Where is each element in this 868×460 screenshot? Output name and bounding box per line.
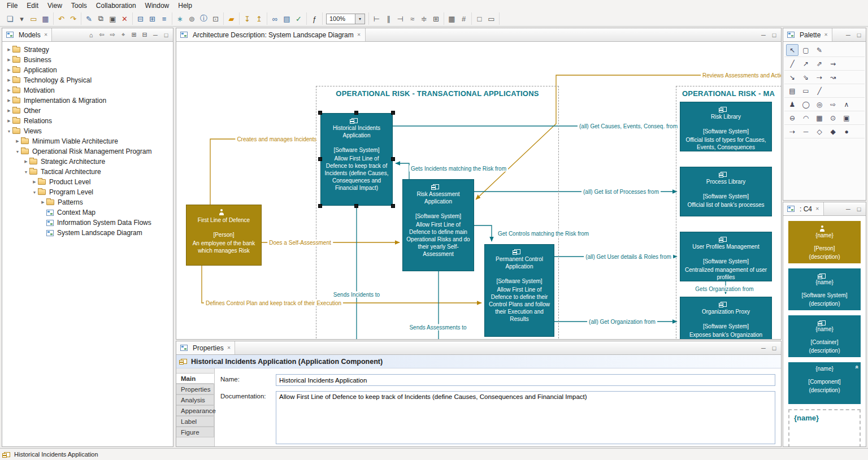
forward-button[interactable]: ⇨ xyxy=(107,30,118,40)
connector-diagonal-tool[interactable]: ↘ xyxy=(786,71,798,83)
expand-arrow-icon[interactable]: ▶ xyxy=(40,200,46,205)
link-button[interactable]: ∞ xyxy=(269,13,281,25)
tree-item-strategy[interactable]: ▶Strategy xyxy=(2,45,173,55)
tree-item-technology-physical[interactable]: ▶Technology & Physical xyxy=(2,75,173,85)
new-dropdown[interactable]: ▾ xyxy=(16,13,28,25)
c4-template-empty[interactable]: {name} xyxy=(788,409,861,446)
name-field[interactable] xyxy=(276,374,775,386)
tree-item-application[interactable]: ▶Application xyxy=(2,65,173,75)
tree-item-implementation-migration[interactable]: ▶Implementation & Migration xyxy=(2,96,173,106)
match-size-button[interactable]: ⊞ xyxy=(430,13,442,25)
expand-arrow-icon[interactable]: ▶ xyxy=(31,180,38,184)
tree-item-strategic-architecture[interactable]: ▶Strategic Architecture xyxy=(2,157,173,167)
expand-arrow-icon[interactable]: ▶ xyxy=(6,109,12,113)
selection-handle[interactable] xyxy=(354,111,358,115)
align-center-button[interactable]: ∥ xyxy=(383,13,394,25)
node-tool[interactable]: ▣ xyxy=(840,112,853,124)
effects-button[interactable]: ∗ xyxy=(174,13,186,25)
highlight-button[interactable]: ▰ xyxy=(225,13,237,25)
import-button[interactable]: ↧ xyxy=(241,13,253,25)
paste-button[interactable]: ▣ xyxy=(107,13,119,25)
flow-tool[interactable]: ⇢ xyxy=(786,125,798,137)
service-tool[interactable]: ◠ xyxy=(800,112,812,124)
selection-handle[interactable] xyxy=(391,111,395,115)
junction-tool[interactable]: ● xyxy=(840,125,853,137)
tree-item-business[interactable]: ▶Business xyxy=(2,55,173,65)
database-tool[interactable]: ⊖ xyxy=(786,112,798,124)
connection-creates-and-manages-incidents[interactable] xyxy=(210,139,318,205)
line-tool[interactable]: ╱ xyxy=(813,85,826,97)
minimize-button[interactable]: ─ xyxy=(843,30,853,40)
menu-view[interactable]: View xyxy=(43,1,67,11)
tree-item-minimum-viable-architecture[interactable]: ▶Minimum Viable Architecture xyxy=(2,136,173,146)
expand-arrow-icon[interactable]: ▶ xyxy=(6,47,12,52)
expand-all-button[interactable]: ⊞ xyxy=(146,13,158,25)
minimize-button[interactable]: ─ xyxy=(843,204,853,214)
maximize-button[interactable]: □ xyxy=(854,30,864,40)
properties-tab-main[interactable]: Main xyxy=(176,373,214,384)
settings-button[interactable]: ⊚ xyxy=(186,13,198,25)
distribute-horizontal-button[interactable]: ≈ xyxy=(406,13,418,25)
note-tool[interactable]: ▤ xyxy=(786,85,798,97)
diagram-node-risk-assessment-application[interactable]: Risk Assessment Application[Software Sys… xyxy=(402,179,474,271)
diagram-node-first-line-of-defence[interactable]: First Line of Defence[Person]An employee… xyxy=(186,205,262,266)
menu-collaboration[interactable]: Collaboration xyxy=(92,1,141,11)
collapse-all-button[interactable]: ⊟ xyxy=(134,13,146,25)
connector-open-arrow-tool[interactable]: ⇗ xyxy=(813,58,826,70)
tree-item-product-level[interactable]: ▶Product Level xyxy=(2,177,173,187)
zoom-dropdown-button[interactable]: ▾ xyxy=(355,14,364,24)
tree-item-program-level[interactable]: ▼Program Level xyxy=(2,187,173,197)
connection-label[interactable]: Get Controls matching the Risk from xyxy=(496,231,591,237)
maximize-button[interactable]: □ xyxy=(161,30,171,40)
expand-arrow-icon[interactable]: ▶ xyxy=(6,98,12,103)
person-tool[interactable]: ♟ xyxy=(786,98,798,110)
collapse-arrow-icon[interactable]: ▼ xyxy=(6,129,12,133)
tree-item-relations[interactable]: ▶Relations xyxy=(2,116,173,126)
connection-label[interactable]: Gets Incidents matching the Risk from xyxy=(409,166,508,172)
tree-item-views[interactable]: ▼Views xyxy=(2,126,173,136)
collaboration-tool[interactable]: ◎ xyxy=(813,98,826,110)
selection-handle[interactable] xyxy=(318,157,322,161)
selection-handle[interactable] xyxy=(391,204,395,208)
connection-label[interactable]: (all) Get Causes, Events, Conseq. from xyxy=(578,123,679,129)
connection-label[interactable]: Sends Assessments to xyxy=(407,324,468,331)
delete-button[interactable]: ✕ xyxy=(119,13,131,25)
new-button[interactable]: ❏ xyxy=(4,13,16,25)
tree-item-system-landscape-diagram[interactable]: System Landscape Diagram xyxy=(2,228,173,238)
connector-dotted-tool[interactable]: ⇢ xyxy=(813,71,826,83)
align-left-button[interactable]: ⊢ xyxy=(371,13,383,25)
properties-tab-figure[interactable]: Figure xyxy=(176,427,214,437)
diagram-canvas[interactable]: OPERATIONAL RISK - TRANSACTIONAL APPLICA… xyxy=(176,42,781,339)
tab-palette[interactable]: Palette ✕ xyxy=(783,28,832,41)
linked-view-button[interactable]: ≡ xyxy=(158,13,170,25)
selection-handle[interactable] xyxy=(318,204,322,208)
menu-edit[interactable]: Edit xyxy=(22,1,43,11)
event-tool[interactable]: ∧ xyxy=(840,98,853,110)
table-tool[interactable]: ▦ xyxy=(813,112,826,124)
association-tool[interactable]: ─ xyxy=(800,125,812,137)
validate-button[interactable]: ✓ xyxy=(293,13,305,25)
expand-arrow-icon[interactable]: ▶ xyxy=(6,68,12,72)
close-icon[interactable]: ✕ xyxy=(227,345,231,350)
connector-arrow-tool[interactable]: ↗ xyxy=(800,58,812,70)
menu-window[interactable]: Window xyxy=(141,1,174,11)
menu-help[interactable]: Help xyxy=(173,1,197,11)
composition-tool[interactable]: ◆ xyxy=(827,125,839,137)
tab-models[interactable]: Models ✕ xyxy=(2,28,52,41)
copy-button[interactable]: ⧉ xyxy=(95,13,107,25)
role-tool[interactable]: ◯ xyxy=(800,98,812,110)
tree-item-operational-risk-management-program[interactable]: ▼Operational Risk Management Program xyxy=(2,146,173,157)
tree-item-other[interactable]: ▶Other xyxy=(2,106,173,116)
group-tool[interactable]: ▭ xyxy=(800,85,812,97)
diagram-node-permanent-control-application[interactable]: Permanent Control Application[Software S… xyxy=(484,244,554,337)
collapse-all-button[interactable]: ⊟ xyxy=(140,30,150,40)
select-tool[interactable]: ↖ xyxy=(786,44,798,56)
tab-c4[interactable]: : C4 ✕ xyxy=(783,202,824,215)
marquee-tool[interactable]: ▢ xyxy=(800,44,812,56)
c4-template-software-system[interactable]: {name}[Software System](description) xyxy=(788,268,861,310)
connector-dashed-arrow-tool[interactable]: ⇝ xyxy=(827,58,839,70)
c4-template-component[interactable]: «{name}[Component](description) xyxy=(788,362,861,404)
diagram-node-historical-incidents-application[interactable]: Historical Incidents Application[Softwar… xyxy=(320,113,393,206)
tree-item-information-system-data-flows[interactable]: Information System Data Flows xyxy=(2,218,173,228)
tree-item-tactical-architecture[interactable]: ▼Tactical Architecture xyxy=(2,167,173,177)
